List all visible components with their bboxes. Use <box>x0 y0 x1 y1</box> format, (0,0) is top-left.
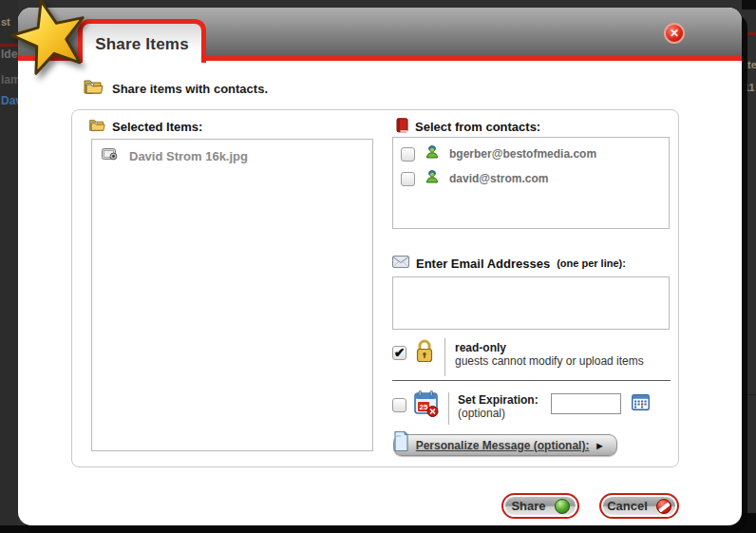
contact-checkbox[interactable] <box>401 172 415 186</box>
envelope-icon <box>392 256 409 271</box>
share-button[interactable]: Share <box>501 493 579 519</box>
read-only-checkbox[interactable]: ✔ <box>392 346 406 360</box>
share-items-dialog: Share Items ✕ <box>18 8 742 525</box>
person-icon <box>425 144 440 163</box>
expiration-date-input[interactable] <box>551 393 621 414</box>
personalize-message-label: Personalize Message (optional): <box>410 439 595 452</box>
expiration-option: 25 Set Expiration: (optional) <box>392 390 650 425</box>
expiration-checkbox[interactable] <box>392 398 406 412</box>
tab-share-items[interactable]: Share Items <box>78 19 206 63</box>
intro-row: Share items with contacts. <box>83 78 268 99</box>
personalize-message-button[interactable]: Personalize Message (optional): ► <box>393 434 617 456</box>
backdrop-footer <box>0 525 756 533</box>
dialog-description: Share items with contacts. <box>112 82 268 96</box>
selected-item-name: David Strom 16k.jpg <box>129 149 248 163</box>
backdrop-red-line <box>742 32 756 35</box>
contact-checkbox[interactable] <box>401 147 415 162</box>
email-addresses-textarea[interactable] <box>392 276 670 330</box>
expiration-calendar-icon: 25 <box>413 390 440 422</box>
expiration-note: (optional) <box>458 407 539 420</box>
contact-email: bgerber@bestofmedia.com <box>449 147 596 161</box>
email-entry-label: Enter Email Addresses <box>416 257 550 271</box>
selected-items-list[interactable]: David Strom 16k.jpg <box>91 139 373 451</box>
contact-row[interactable]: bgerber@bestofmedia.com <box>393 138 669 162</box>
contacts-header: Select from contacts: <box>396 118 540 136</box>
contacts-list[interactable]: bgerber@bestofmedia.com david@strom.com <box>392 137 670 229</box>
read-only-label: read-only <box>455 338 644 354</box>
svg-text:25: 25 <box>420 403 428 411</box>
share-button-label: Share <box>511 499 545 513</box>
share-form-panel: Selected Items: David Strom 16k.jpg <box>71 109 679 467</box>
contact-email: david@strom.com <box>449 172 548 185</box>
email-entry-header: Enter Email Addresses (one per line): <box>392 256 626 271</box>
close-button[interactable]: ✕ <box>664 23 685 44</box>
backdrop-text: 11 <box>744 82 755 93</box>
padlock-icon <box>414 338 435 370</box>
selected-items-header: Selected Items: <box>88 118 202 135</box>
datepicker-icon[interactable] <box>632 394 650 414</box>
folder-icon <box>88 118 105 135</box>
person-icon <box>425 169 440 188</box>
contact-row[interactable]: david@strom.com <box>393 162 669 187</box>
read-only-description: guests cannot modify or upload items <box>455 354 644 368</box>
expand-arrow-icon: ► <box>595 440 605 451</box>
cancel-button-label: Cancel <box>607 499 648 513</box>
close-icon: ✕ <box>670 27 679 40</box>
backdrop-link-text: Davi <box>1 94 18 107</box>
check-icon: ✔ <box>394 346 406 359</box>
screen: st lder lam Davi ate 11 Share Items ✕ <box>0 0 756 533</box>
selected-item-row[interactable]: David Strom 16k.jpg <box>92 140 372 164</box>
selected-items-label: Selected Items: <box>112 120 202 134</box>
divider <box>444 338 445 376</box>
cancel-button[interactable]: Cancel <box>599 493 679 519</box>
note-icon <box>391 429 410 458</box>
email-entry-hint: (one per line): <box>557 257 626 269</box>
expiration-label: Set Expiration: <box>458 390 539 407</box>
backdrop-text: ate <box>742 59 756 70</box>
divider <box>392 380 671 381</box>
go-orb-icon <box>555 499 570 514</box>
backdrop-right: ate 11 <box>742 0 756 533</box>
image-file-icon <box>102 147 119 164</box>
divider <box>448 392 449 425</box>
contacts-label: Select from contacts: <box>415 120 540 134</box>
read-only-option: ✔ read-only guests cannot modify or uplo… <box>392 338 644 376</box>
tab-label: Share Items <box>95 33 189 54</box>
no-entry-icon <box>656 499 671 514</box>
address-book-icon <box>396 118 408 136</box>
star-icon <box>9 0 91 82</box>
